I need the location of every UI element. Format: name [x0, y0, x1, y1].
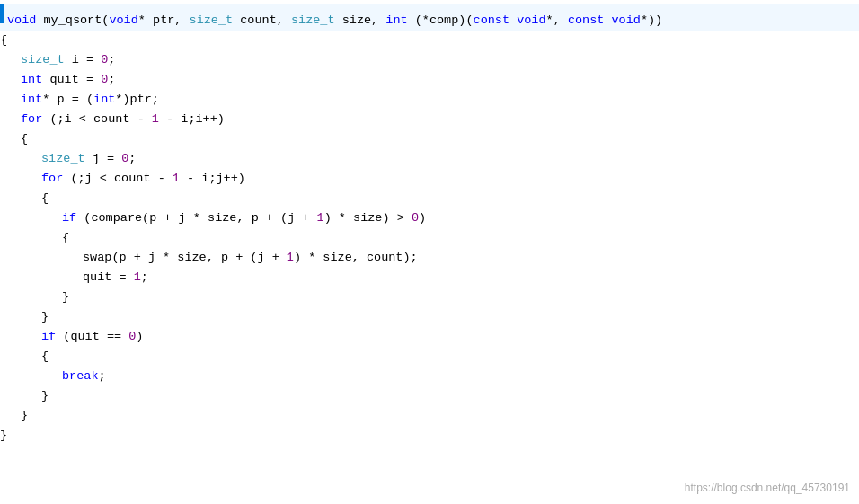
token: = [86, 53, 93, 66]
token: } [41, 389, 49, 402]
token: 1 [152, 112, 159, 126]
line-tokens: { [41, 189, 859, 208]
code-line: if (compare(p + j * size, p + (j + 1) * … [0, 208, 859, 228]
code-line: } [0, 426, 859, 446]
token: } [41, 310, 49, 323]
token: ; [108, 53, 115, 66]
code-line: { [0, 228, 859, 248]
token: int [21, 73, 42, 86]
line-tokens: } [41, 386, 859, 406]
code-line: } [0, 287, 859, 307]
line-tokens: { [41, 347, 859, 367]
token: { [41, 349, 49, 363]
token: for [21, 112, 42, 126]
token: = [72, 93, 79, 106]
code-line: for (;i < count - 1 - i;i++) [0, 110, 859, 129]
token: ; [141, 270, 148, 284]
token: ) * size) > [324, 211, 412, 225]
code-line: for (;j < count - 1 - i;j++) [0, 169, 859, 189]
token: ) [419, 211, 426, 225]
code-line: void my_qsort(void* ptr, size_t count, s… [0, 4, 859, 31]
code-line: int quit = 0; [0, 70, 859, 90]
token: - [137, 112, 145, 126]
token: { [41, 191, 49, 205]
token: (compare(p + j * size, p + (j + [76, 211, 316, 225]
token: - [158, 172, 165, 185]
line-tokens: { [0, 31, 859, 50]
token [180, 172, 187, 185]
line-tokens: int* p = (int*)ptr; [21, 90, 859, 110]
token: = [86, 73, 93, 86]
code-line: break; [0, 367, 859, 386]
code-line: quit = 1; [0, 268, 859, 287]
token [127, 270, 134, 284]
code-line: int* p = (int*)ptr; [0, 90, 859, 110]
line-tokens: if (quit == 0) [41, 327, 859, 347]
line-tokens: if (compare(p + j * size, p + (j + 1) * … [62, 208, 859, 228]
token: quit [42, 73, 86, 86]
token: size_t [41, 152, 85, 165]
token: - [187, 172, 194, 185]
token: i;j++) [194, 172, 245, 185]
line-tokens: } [0, 426, 859, 446]
line-tokens: break; [62, 367, 859, 386]
code-line: size_t j = 0; [0, 149, 859, 169]
line-tokens: int quit = 0; [21, 70, 859, 90]
token [93, 53, 101, 66]
token: (quit == [56, 330, 128, 343]
code-editor: void my_qsort(void* ptr, size_t count, s… [0, 0, 859, 504]
line-tokens: void my_qsort(void* ptr, size_t count, s… [7, 11, 859, 31]
token: (;i < count [42, 112, 137, 126]
token: ) [136, 330, 143, 343]
token: (;j < count [63, 172, 157, 185]
code-line: } [0, 307, 859, 327]
token: } [0, 429, 7, 442]
token: 1 [134, 270, 141, 284]
token: if [62, 211, 76, 225]
token: *)ptr; [115, 93, 159, 106]
token: ( [79, 93, 93, 106]
token: - [166, 112, 173, 126]
token: } [62, 290, 69, 304]
token: int [21, 93, 42, 106]
token: 1 [287, 251, 294, 264]
line-tokens: quit = 1; [83, 268, 859, 287]
token: if [41, 330, 56, 343]
token: { [0, 33, 7, 47]
code-line: { [0, 347, 859, 367]
code-line: } [0, 386, 859, 406]
token: ) * size, count); [294, 251, 418, 264]
token: { [21, 132, 28, 146]
token: = [107, 152, 114, 165]
line-tokens: size_t j = 0; [41, 149, 859, 169]
line-tokens: for (;i < count - 1 - i;i++) [21, 110, 859, 129]
token: ; [128, 152, 136, 165]
line-tokens: } [62, 287, 859, 307]
token: * p [42, 93, 71, 106]
token: ; [99, 369, 106, 383]
code-line: size_t i = 0; [0, 50, 859, 70]
function-bar [0, 4, 4, 23]
token: size_t [21, 53, 65, 66]
token: 1 [173, 172, 180, 185]
line-tokens: } [41, 307, 859, 327]
token [145, 112, 152, 126]
token [159, 112, 166, 126]
token: 1 [317, 211, 324, 225]
token: 0 [412, 211, 419, 225]
token: ; [108, 73, 115, 86]
code-line: { [0, 31, 859, 50]
line-tokens: swap(p + j * size, p + (j + 1) * size, c… [83, 248, 859, 268]
token: j [85, 152, 107, 165]
line-tokens: } [21, 406, 859, 426]
token: quit [83, 270, 120, 284]
token: { [62, 231, 69, 244]
token: swap(p + j * size, p + (j + [83, 251, 287, 264]
code-content: void my_qsort(void* ptr, size_t count, s… [0, 4, 859, 446]
code-line: swap(p + j * size, p + (j + 1) * size, c… [0, 248, 859, 268]
token: i;i++) [173, 112, 225, 126]
line-tokens: size_t i = 0; [21, 50, 859, 70]
line-tokens: { [62, 228, 859, 248]
token: } [21, 409, 28, 422]
token: int [93, 93, 115, 106]
